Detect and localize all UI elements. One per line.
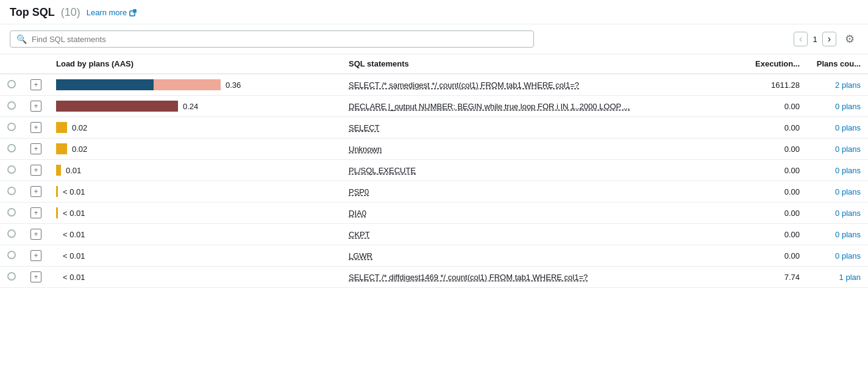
row-radio-cell[interactable] — [0, 138, 23, 160]
bar-value: < 0.01 — [63, 209, 85, 218]
row-expand-cell[interactable]: + — [23, 96, 49, 117]
sql-statement[interactable]: DIA0 — [349, 209, 366, 218]
row-radio[interactable] — [7, 187, 16, 195]
row-plans-cell[interactable]: 0 plans — [807, 160, 868, 181]
row-sql-cell[interactable]: SELECT /* samedigest */ count(col1) FROM… — [341, 74, 740, 96]
plans-link[interactable]: 0 plans — [835, 145, 861, 154]
search-box[interactable]: 🔍 — [10, 30, 534, 48]
row-plans-cell[interactable]: 0 plans — [807, 245, 868, 267]
row-radio-cell[interactable] — [0, 181, 23, 203]
row-load-cell: 0.01 — [49, 160, 341, 181]
row-plans-cell[interactable]: 0 plans — [807, 224, 868, 245]
bar-value: 0.24 — [183, 102, 205, 111]
row-load-cell: 0.02 — [49, 117, 341, 138]
col-exec-header: Execution... — [740, 54, 807, 74]
col-load-header: Load by plans (AAS) — [49, 54, 341, 74]
expand-button[interactable]: + — [30, 122, 41, 133]
sql-statement[interactable]: LGWR — [349, 251, 372, 260]
row-radio-cell[interactable] — [0, 203, 23, 224]
row-load-cell: 0.02 — [49, 138, 341, 160]
next-page-button[interactable]: › — [822, 32, 836, 46]
row-expand-cell[interactable]: + — [23, 203, 49, 224]
row-expand-cell[interactable]: + — [23, 117, 49, 138]
row-load-cell: 0.36 — [49, 74, 341, 96]
plans-link[interactable]: 2 plans — [835, 81, 861, 90]
row-expand-cell[interactable]: + — [23, 245, 49, 267]
plans-link[interactable]: 0 plans — [835, 209, 861, 218]
expand-button[interactable]: + — [30, 165, 41, 176]
plans-link[interactable]: 0 plans — [835, 187, 861, 196]
expand-button[interactable]: + — [30, 79, 41, 90]
row-radio[interactable] — [7, 165, 16, 174]
row-radio-cell[interactable] — [0, 267, 23, 288]
row-radio[interactable] — [7, 123, 16, 131]
sql-statement[interactable]: PSP0 — [349, 187, 369, 196]
row-load-cell: < 0.01 — [49, 245, 341, 267]
sql-statement[interactable]: PL/SQL EXECUTE — [349, 166, 416, 175]
settings-button[interactable]: ⚙ — [841, 31, 858, 47]
row-sql-cell[interactable]: LGWR — [341, 245, 740, 267]
row-radio-cell[interactable] — [0, 117, 23, 138]
sql-statement[interactable]: SELECT /* diffdigest1469 */ count(col1) … — [349, 273, 588, 282]
row-plans-cell[interactable]: 0 plans — [807, 138, 868, 160]
row-radio-cell[interactable] — [0, 224, 23, 245]
row-sql-cell[interactable]: SELECT — [341, 117, 740, 138]
row-sql-cell[interactable]: PL/SQL EXECUTE — [341, 160, 740, 181]
plans-link[interactable]: 0 plans — [835, 123, 861, 132]
table-row: + 0.02 SELECT 0.00 0 plans — [0, 117, 868, 138]
expand-button[interactable]: + — [30, 186, 41, 197]
sql-statement[interactable]: CKPT — [349, 230, 370, 239]
row-radio-cell[interactable] — [0, 245, 23, 267]
row-radio[interactable] — [7, 208, 16, 217]
row-expand-cell[interactable]: + — [23, 160, 49, 181]
row-sql-cell[interactable]: DIA0 — [341, 203, 740, 224]
row-expand-cell[interactable]: + — [23, 181, 49, 203]
expand-button[interactable]: + — [30, 143, 41, 154]
sql-statement[interactable]: SELECT — [349, 123, 380, 132]
row-sql-cell[interactable]: PSP0 — [341, 181, 740, 203]
execution-value: 0.00 — [784, 166, 800, 175]
expand-button[interactable]: + — [30, 101, 41, 112]
row-sql-cell[interactable]: CKPT — [341, 224, 740, 245]
row-plans-cell[interactable]: 0 plans — [807, 117, 868, 138]
row-expand-cell[interactable]: + — [23, 74, 49, 96]
row-plans-cell[interactable]: 0 plans — [807, 96, 868, 117]
plans-link[interactable]: 1 plan — [839, 273, 861, 282]
expand-button[interactable]: + — [30, 271, 41, 282]
row-radio[interactable] — [7, 251, 16, 259]
sql-statement[interactable]: Unknown — [349, 145, 382, 154]
learn-more-link[interactable]: Learn more — [87, 8, 137, 17]
plans-link[interactable]: 0 plans — [835, 251, 861, 260]
row-radio-cell[interactable] — [0, 74, 23, 96]
row-expand-cell[interactable]: + — [23, 224, 49, 245]
row-sql-cell[interactable]: DECLARE l_output NUMBER; BEGIN while tru… — [341, 96, 740, 117]
row-radio-cell[interactable] — [0, 160, 23, 181]
row-radio[interactable] — [7, 101, 16, 110]
row-plans-cell[interactable]: 2 plans — [807, 74, 868, 96]
search-input[interactable] — [32, 35, 527, 44]
row-exec-cell: 0.00 — [740, 138, 807, 160]
row-plans-cell[interactable]: 0 plans — [807, 203, 868, 224]
plans-link[interactable]: 0 plans — [835, 230, 861, 239]
expand-button[interactable]: + — [30, 229, 41, 240]
row-plans-cell[interactable]: 0 plans — [807, 181, 868, 203]
row-expand-cell[interactable]: + — [23, 138, 49, 160]
row-radio[interactable] — [7, 144, 16, 152]
row-expand-cell[interactable]: + — [23, 267, 49, 288]
sql-statement[interactable]: SELECT /* samedigest */ count(col1) FROM… — [349, 81, 579, 90]
row-radio[interactable] — [7, 229, 16, 238]
expand-button[interactable]: + — [30, 207, 41, 218]
sql-statement[interactable]: DECLARE l_output NUMBER; BEGIN while tru… — [349, 102, 630, 111]
plans-link[interactable]: 0 plans — [835, 166, 861, 175]
bar-value: < 0.01 — [63, 187, 85, 196]
row-radio[interactable] — [7, 272, 16, 281]
row-sql-cell[interactable]: Unknown — [341, 138, 740, 160]
external-link-icon — [129, 9, 137, 16]
row-radio[interactable] — [7, 80, 16, 88]
row-sql-cell[interactable]: SELECT /* diffdigest1469 */ count(col1) … — [341, 267, 740, 288]
row-radio-cell[interactable] — [0, 96, 23, 117]
plans-link[interactable]: 0 plans — [835, 102, 861, 111]
prev-page-button[interactable]: ‹ — [794, 32, 808, 46]
expand-button[interactable]: + — [30, 250, 41, 261]
row-plans-cell[interactable]: 1 plan — [807, 267, 868, 288]
